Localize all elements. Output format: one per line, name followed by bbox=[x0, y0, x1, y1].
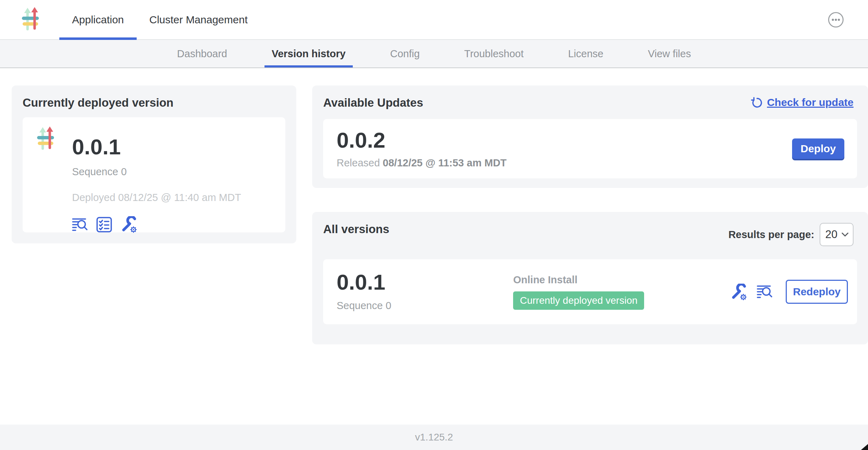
version-history-page: Currently deployed version 0.0.1 Sequenc… bbox=[0, 68, 868, 344]
deployed-sequence: Sequence 0 bbox=[72, 166, 241, 178]
view-config-button[interactable] bbox=[120, 216, 137, 233]
app-logo bbox=[20, 0, 42, 39]
chevron-down-icon bbox=[842, 232, 849, 237]
redeploy-button[interactable]: Redeploy bbox=[786, 280, 848, 304]
tab-cluster-management-label: Cluster Management bbox=[149, 14, 248, 26]
row-version-number: 0.0.1 bbox=[337, 272, 513, 292]
release-notes-icon bbox=[757, 284, 773, 300]
deploy-button[interactable]: Deploy bbox=[792, 138, 844, 159]
app-subnav: Dashboard Version history Config Trouble… bbox=[0, 40, 868, 68]
console-version-label: v1.125.2 bbox=[415, 432, 453, 443]
currently-deployed-badge: Currently deployed version bbox=[513, 291, 644, 310]
app-level-nav: Application Cluster Management bbox=[59, 0, 260, 39]
subnav-tab-license-label: License bbox=[568, 48, 604, 60]
release-notes-icon bbox=[72, 217, 88, 232]
check-for-update-label: Check for update bbox=[767, 96, 854, 108]
subnav-tab-version-history[interactable]: Version history bbox=[264, 40, 353, 67]
subnav-tab-license[interactable]: License bbox=[561, 40, 611, 67]
row-view-config-button[interactable] bbox=[730, 284, 747, 300]
currently-deployed-title: Currently deployed version bbox=[23, 96, 285, 109]
row-release-notes-button[interactable] bbox=[757, 284, 773, 300]
results-per-page-value: 20 bbox=[825, 228, 837, 241]
results-per-page-select[interactable]: 20 bbox=[820, 223, 854, 246]
subnav-tab-version-history-label: Version history bbox=[272, 48, 346, 60]
check-for-update-link[interactable]: Check for update bbox=[751, 96, 854, 108]
app-header: Application Cluster Management bbox=[0, 0, 868, 40]
preflight-checks-button[interactable] bbox=[96, 217, 112, 233]
all-versions-title: All versions bbox=[323, 223, 389, 236]
more-options-button[interactable] bbox=[828, 12, 844, 28]
app-logo-arrows-icon bbox=[35, 126, 57, 152]
config-icon bbox=[120, 216, 137, 233]
preflight-checks-icon bbox=[96, 217, 112, 233]
available-updates-title: Available Updates bbox=[323, 96, 423, 109]
subnav-tab-dashboard[interactable]: Dashboard bbox=[170, 40, 234, 67]
tab-application-label: Application bbox=[72, 14, 124, 26]
config-icon bbox=[730, 284, 747, 300]
results-per-page-label: Results per page: bbox=[729, 229, 814, 241]
deployed-app-logo bbox=[35, 126, 57, 232]
available-update-row: 0.0.2 Released 08/12/25 @ 11:53 am MDT D… bbox=[323, 119, 857, 178]
subnav-tab-troubleshoot[interactable]: Troubleshoot bbox=[457, 40, 531, 67]
app-logo-arrows-icon bbox=[20, 7, 42, 32]
currently-deployed-card: Currently deployed version 0.0.1 Sequenc… bbox=[12, 85, 296, 243]
install-type-label: Online Install bbox=[513, 274, 577, 286]
release-notes-button[interactable] bbox=[72, 217, 88, 232]
refresh-icon bbox=[751, 97, 762, 108]
available-updates-card: Available Updates Check for update 0.0.2… bbox=[312, 85, 868, 188]
row-sequence: Sequence 0 bbox=[337, 300, 513, 312]
app-footer: v1.125.2 bbox=[0, 425, 868, 450]
subnav-tab-dashboard-label: Dashboard bbox=[177, 48, 227, 60]
subnav-tab-view-files[interactable]: View files bbox=[641, 40, 698, 67]
update-released-timestamp: Released 08/12/25 @ 11:53 am MDT bbox=[337, 157, 506, 169]
cursor-artifact bbox=[861, 444, 868, 450]
deployed-version-number: 0.0.1 bbox=[72, 136, 241, 158]
update-version-number: 0.0.2 bbox=[337, 129, 506, 152]
subnav-tab-troubleshoot-label: Troubleshoot bbox=[464, 48, 524, 60]
tab-cluster-management[interactable]: Cluster Management bbox=[137, 0, 260, 39]
subnav-tab-config-label: Config bbox=[390, 48, 420, 60]
version-row: 0.0.1 Sequence 0 Online Install Currentl… bbox=[323, 259, 857, 324]
currently-deployed-version-card: 0.0.1 Sequence 0 Deployed 08/12/25 @ 11:… bbox=[23, 117, 285, 232]
deployed-timestamp: Deployed 08/12/25 @ 11:40 am MDT bbox=[72, 192, 241, 203]
all-versions-card: All versions Results per page: 20 0.0.1 … bbox=[312, 212, 868, 344]
tab-application[interactable]: Application bbox=[59, 0, 137, 39]
ellipsis-icon bbox=[828, 12, 844, 28]
subnav-tab-view-files-label: View files bbox=[648, 48, 691, 60]
subnav-tab-config[interactable]: Config bbox=[383, 40, 427, 67]
